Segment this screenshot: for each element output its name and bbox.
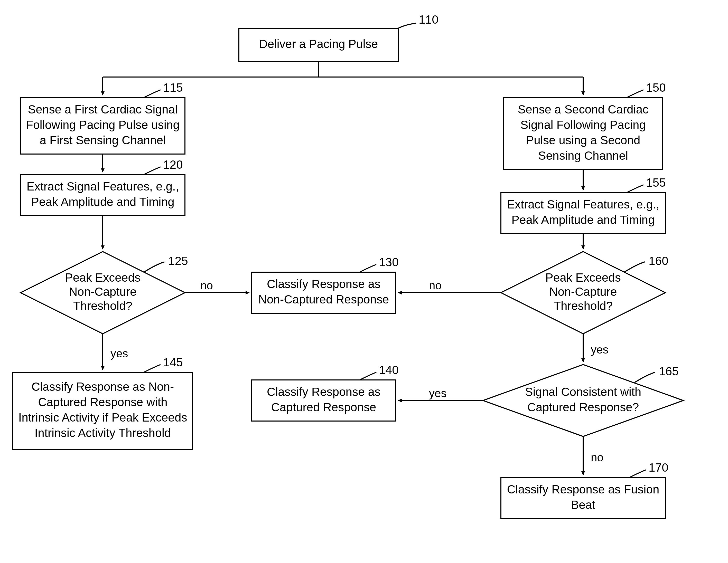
text-145-1: Captured Response with [38,395,167,409]
text-110-0: Deliver a Pacing Pulse [259,37,378,51]
text-145-3: Intrinsic Activity Threshold [35,426,171,439]
ref-120: 120 [163,158,183,171]
text-125-1: Non-Capture [69,285,136,298]
ref-140: 140 [379,363,399,377]
text-170-0: Classify Response as Fusion [507,483,659,496]
edge-165-yes: yes [429,387,446,399]
text-115-2: a First Sensing Channel [40,134,166,147]
text-150-3: Sensing Channel [538,149,628,162]
text-150-1: Signal Following Pacing [520,118,646,132]
text-125-2: Threshold? [73,299,132,312]
node-125: 125 Peak Exceeds Non-Capture Threshold? [21,252,188,334]
edge-125-no: no [200,279,213,291]
edge-160-yes: yes [591,343,608,356]
node-110: 110 Deliver a Pacing Pulse [239,13,438,62]
ref-155: 155 [646,176,666,189]
ref-110: 110 [419,13,438,26]
text-160-1: Non-Capture [549,285,617,298]
node-130: 130 Classify Response as Non-Captured Re… [252,256,399,313]
ref-170: 170 [649,461,668,474]
text-160-2: Threshold? [554,299,613,312]
text-170-1: Beat [571,498,595,511]
ref-115: 115 [163,81,183,94]
ref-165: 165 [659,364,679,378]
text-145-2: Intrinsic Activity if Peak Exceeds [18,411,187,424]
text-140-1: Captured Response [271,400,376,414]
text-115-0: Sense a First Cardiac Signal [28,103,178,116]
ref-130: 130 [379,256,399,269]
text-130-0: Classify Response as [267,277,380,290]
ref-125: 125 [168,254,188,268]
node-160: 160 Peak Exceeds Non-Capture Threshold? [501,252,668,334]
edge-125-yes: yes [110,347,128,360]
node-170: 170 Classify Response as Fusion Beat [501,461,668,519]
text-160-0: Peak Exceeds [545,271,621,284]
text-145-0: Classify Response as Non- [32,380,174,393]
ref-160: 160 [649,254,668,268]
node-165: 165 Signal Consistent with Captured Resp… [483,364,683,436]
text-120-0: Extract Signal Features, e.g., [26,180,179,193]
text-150-0: Sense a Second Cardiac [518,103,649,116]
text-120-1: Peak Amplitude and Timing [31,195,174,209]
node-150: 150 Sense a Second Cardiac Signal Follow… [503,81,666,170]
text-140-0: Classify Response as [267,385,380,398]
text-165-0: Signal Consistent with [525,385,641,398]
text-150-2: Pulse using a Second [526,134,640,147]
edge-165-no: no [591,451,603,464]
text-155-1: Peak Amplitude and Timing [511,213,655,227]
ref-150: 150 [646,81,666,94]
edge-160-no: no [429,279,442,291]
text-130-1: Non-Captured Response [258,293,389,306]
node-140: 140 Classify Response as Captured Respon… [252,363,399,421]
text-165-1: Captured Response? [527,400,639,414]
text-125-0: Peak Exceeds [65,271,141,284]
text-155-0: Extract Signal Features, e.g., [507,198,659,211]
ref-145: 145 [163,355,183,369]
text-115-1: Following Pacing Pulse using [26,118,180,132]
